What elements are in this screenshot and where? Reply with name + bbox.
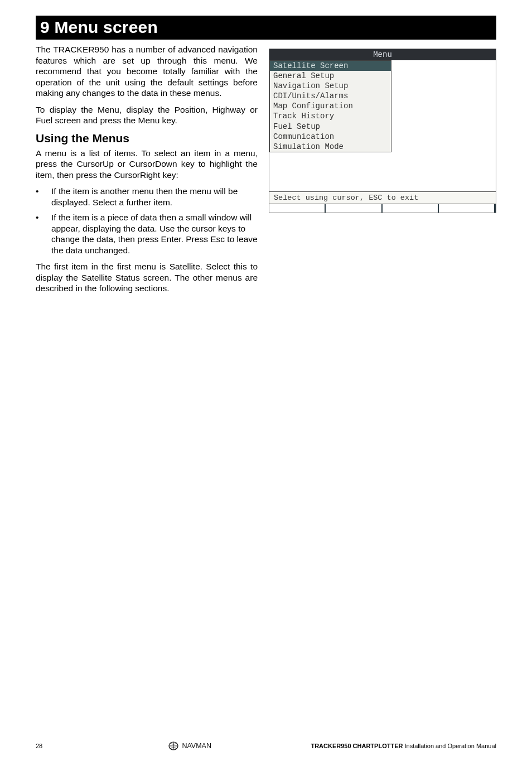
paragraph: To display the Menu, display the Positio…: [36, 104, 258, 126]
globe-icon: [168, 741, 178, 750]
softkey-slot: [383, 204, 439, 213]
brand-text: NAVMAN: [182, 742, 211, 750]
menu-item-communication: Communication: [270, 132, 391, 142]
paragraph: A menu is a list of items. To select an …: [36, 148, 258, 181]
subheading-using-menus: Using the Menus: [36, 132, 258, 145]
list-item-text: If the item is another menu then the men…: [51, 186, 258, 208]
list-item-text: If the item is a piece of data then a sm…: [51, 212, 258, 256]
menu-item-map-configuration: Map Configuration: [270, 101, 391, 111]
menu-title: Menu: [269, 49, 496, 60]
menu-footer-hint: Select using cursor, ESC to exit: [269, 191, 496, 204]
menu-item-fuel-setup: Fuel Setup: [270, 122, 391, 132]
menu-softkey-bar: [269, 204, 496, 213]
device-menu-screenshot: Menu Satellite Screen General Setup Navi…: [269, 49, 496, 213]
paragraph: The TRACKER950 has a number of advanced …: [36, 44, 258, 99]
manual-title: TRACKER950 CHARTPLOTTER Installation and…: [311, 743, 496, 749]
section-title: 9 Menu screen: [36, 16, 496, 40]
menu-item-general-setup: General Setup: [270, 71, 391, 81]
menu-blank-area: [391, 60, 496, 152]
menu-item-simulation-mode: Simulation Mode: [270, 142, 391, 152]
page-number: 28: [36, 743, 69, 749]
menu-item-navigation-setup: Navigation Setup: [270, 81, 391, 91]
menu-item-satellite-screen: Satellite Screen: [270, 61, 391, 71]
bullet-list: •If the item is another menu then the me…: [36, 186, 258, 256]
manual-title-bold: TRACKER950 CHARTPLOTTER: [311, 743, 403, 749]
softkey-slot: [269, 204, 326, 213]
manual-title-rest: Installation and Operation Manual: [403, 743, 496, 749]
menu-item-cdi-units-alarms: CDI/Units/Alarms: [270, 91, 391, 101]
paragraph: The first item in the first menu is Sate…: [36, 261, 258, 294]
menu-list: Satellite Screen General Setup Navigatio…: [269, 60, 391, 152]
brand-mark: NAVMAN: [168, 741, 211, 750]
list-item: •If the item is a piece of data then a s…: [36, 212, 258, 256]
list-item: •If the item is another menu then the me…: [36, 186, 258, 208]
softkey-slot: [326, 204, 382, 213]
menu-item-track-history: Track History: [270, 111, 391, 121]
softkey-slot: [439, 204, 496, 213]
